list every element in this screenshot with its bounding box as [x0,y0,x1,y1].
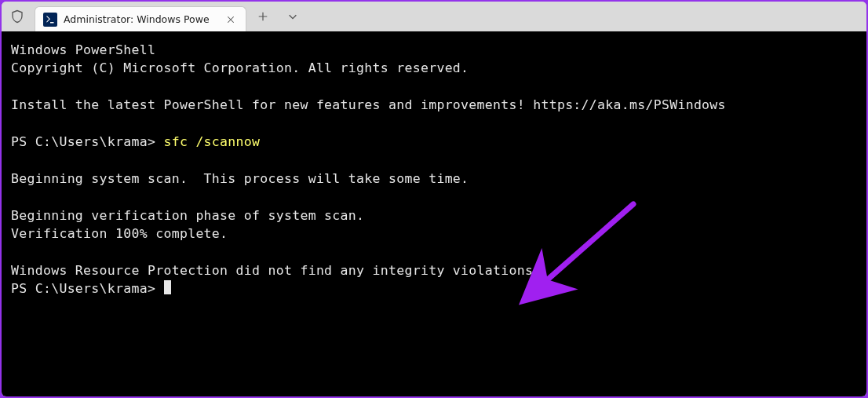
svg-line-0 [535,204,633,290]
terminal-line: Copyright (C) Microsoft Corporation. All… [11,60,469,75]
terminal-line: Install the latest PowerShell for new fe… [11,97,726,112]
admin-shield-icon [9,9,25,24]
terminal-line: Windows PowerShell [11,42,155,57]
terminal-line: Beginning verification phase of system s… [11,208,364,223]
terminal-pane[interactable]: Windows PowerShell Copyright (C) Microso… [2,31,866,396]
tab-title: Administrator: Windows Powe [64,13,217,25]
terminal-prompt: PS C:\Users\krama> [11,281,163,296]
terminal-cursor [164,280,171,294]
terminal-prompt: PS C:\Users\krama> [11,134,163,149]
annotation-arrow-icon [512,196,645,306]
terminal-command: sfc /scannow [163,134,260,149]
tab-close-button[interactable] [224,13,238,27]
tab-powershell[interactable]: Administrator: Windows Powe [35,6,246,31]
tab-bar: Administrator: Windows Powe [2,2,866,31]
tab-dropdown-button[interactable] [279,5,306,28]
powershell-icon [43,13,57,27]
terminal-line: Verification 100% complete. [11,226,228,241]
terminal-line: Windows Resource Protection did not find… [11,263,541,278]
terminal-window: Administrator: Windows Powe Windows Powe… [2,2,866,396]
new-tab-button[interactable] [250,5,276,28]
terminal-line: Beginning system scan. This process will… [11,171,469,186]
